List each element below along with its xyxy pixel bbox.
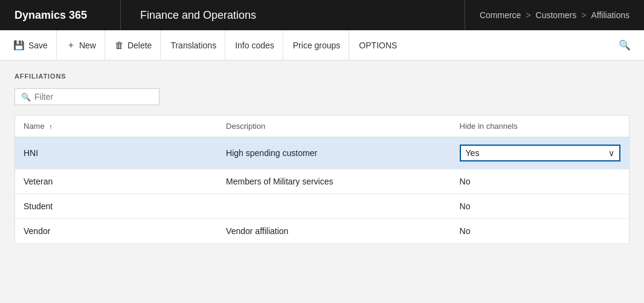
filter-input[interactable]	[34, 92, 153, 102]
breadcrumb-commerce[interactable]: Commerce	[480, 10, 521, 20]
price-groups-button[interactable]: Price groups	[285, 30, 350, 60]
translations-button[interactable]: Translations	[162, 30, 225, 60]
translations-label: Translations	[170, 41, 216, 50]
save-icon: 💾	[13, 40, 25, 51]
affiliations-table: Name ↑ Description Hide in channels HNIH…	[14, 115, 630, 244]
section-title: AFFILIATIONS	[14, 73, 630, 80]
delete-button[interactable]: 🗑 Delete	[106, 30, 161, 60]
cell-hide-channels: No	[451, 169, 630, 194]
cell-name: Student	[15, 194, 218, 219]
breadcrumb-customers[interactable]: Customers	[536, 10, 577, 20]
breadcrumb-affiliations: Affiliations	[591, 10, 630, 20]
hide-channels-value: Yes	[466, 148, 480, 158]
new-button[interactable]: ＋ New	[58, 30, 105, 60]
delete-label: Delete	[127, 41, 152, 50]
module-title: Finance and Operations	[121, 0, 465, 30]
table-header: Name ↑ Description Hide in channels	[15, 116, 630, 137]
brand-logo: Dynamics 365	[0, 0, 121, 30]
hide-channels-value: No	[460, 177, 471, 186]
filter-input-wrap: 🔍	[14, 88, 159, 105]
cell-name: HNI	[15, 137, 218, 169]
sort-asc-icon[interactable]: ↑	[49, 123, 53, 130]
brand-text: Dynamics 365	[14, 9, 87, 22]
cell-name: Vendor	[15, 219, 218, 244]
content-area: AFFILIATIONS 🔍 Name ↑ Description Hide i…	[0, 60, 644, 256]
table-body: HNIHigh spending customerYes∨VeteranMemb…	[15, 137, 630, 244]
breadcrumb-sep-2: >	[581, 10, 586, 20]
col-name-label: Name	[24, 122, 45, 131]
cell-description: Vendor affiliation	[217, 219, 451, 244]
module-text: Finance and Operations	[140, 9, 256, 22]
filter-bar: 🔍	[14, 88, 630, 105]
table-row[interactable]: StudentNo	[15, 194, 630, 219]
new-icon: ＋	[66, 39, 76, 51]
hide-channels-value: No	[460, 226, 471, 236]
top-nav: Dynamics 365 Finance and Operations Comm…	[0, 0, 644, 30]
cell-description: Members of Military services	[217, 169, 451, 194]
cell-hide-channels: No	[451, 219, 630, 244]
command-bar: 💾 Save ＋ New 🗑 Delete Translations Info …	[0, 30, 644, 60]
price-groups-label: Price groups	[293, 41, 341, 50]
col-hide-label: Hide in channels	[460, 122, 518, 131]
col-desc-label: Description	[226, 122, 265, 131]
cell-name: Veteran	[15, 169, 218, 194]
col-header-hide-channels: Hide in channels	[451, 116, 630, 137]
hide-channels-value: No	[460, 201, 471, 211]
chevron-down-icon[interactable]: ∨	[608, 148, 614, 158]
breadcrumb-sep-1: >	[526, 10, 530, 20]
new-label: New	[79, 41, 96, 50]
col-header-name: Name ↑	[15, 116, 218, 137]
cell-hide-channels[interactable]: Yes∨	[451, 137, 630, 169]
breadcrumb: Commerce > Customers > Affiliations	[465, 0, 644, 30]
save-label: Save	[28, 41, 48, 50]
table-row[interactable]: VendorVendor affiliationNo	[15, 219, 630, 244]
save-button[interactable]: 💾 Save	[5, 30, 57, 60]
filter-search-icon: 🔍	[21, 93, 31, 102]
cell-description: High spending customer	[217, 137, 451, 169]
info-codes-button[interactable]: Info codes	[227, 30, 283, 60]
delete-icon: 🗑	[115, 40, 124, 50]
cell-description	[217, 194, 451, 219]
table-row[interactable]: HNIHigh spending customerYes∨	[15, 137, 630, 169]
col-header-description: Description	[217, 116, 451, 137]
table-row[interactable]: VeteranMembers of Military servicesNo	[15, 169, 630, 194]
search-icon: 🔍	[619, 40, 631, 50]
options-button[interactable]: OPTIONS	[350, 30, 405, 60]
search-button[interactable]: 🔍	[610, 34, 639, 56]
info-codes-label: Info codes	[235, 41, 274, 50]
options-label: OPTIONS	[359, 41, 397, 50]
table-header-row: Name ↑ Description Hide in channels	[15, 116, 630, 137]
cell-hide-channels: No	[451, 194, 630, 219]
